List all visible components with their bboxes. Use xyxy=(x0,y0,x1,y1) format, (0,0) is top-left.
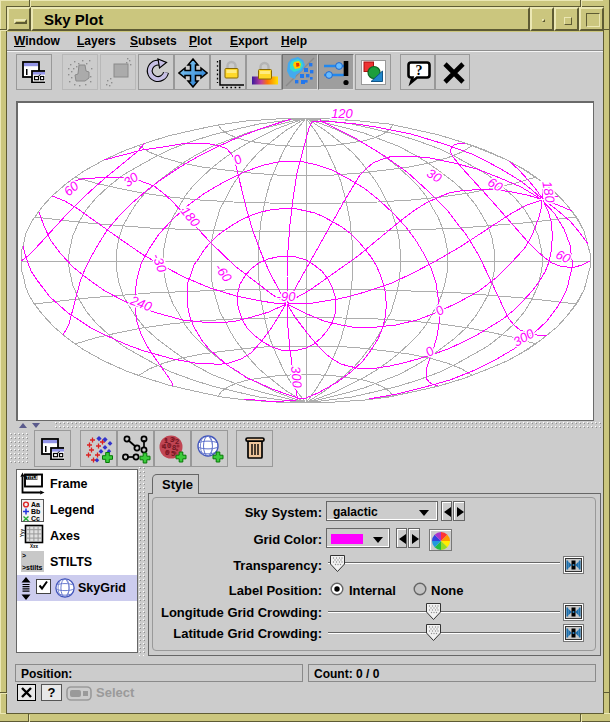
svg-text:?: ? xyxy=(416,63,423,78)
svg-text:30: 30 xyxy=(120,169,141,190)
svg-text:30: 30 xyxy=(424,165,445,186)
svg-text:Aa: Aa xyxy=(31,501,40,508)
svg-text:>stilts: >stilts xyxy=(22,564,43,571)
svg-text:>: > xyxy=(22,552,26,559)
svg-text:Cc: Cc xyxy=(31,515,40,522)
svg-text:300: 300 xyxy=(288,365,305,389)
svg-text:60: 60 xyxy=(485,174,506,195)
svg-text:TITLE: TITLE xyxy=(27,475,39,480)
svg-text:0: 0 xyxy=(231,151,245,168)
svg-text:Yyy: Yyy xyxy=(20,528,25,537)
svg-text:120: 120 xyxy=(331,106,353,121)
svg-text:?: ? xyxy=(48,685,56,700)
svg-text:180: 180 xyxy=(178,204,204,231)
svg-text:-90: -90 xyxy=(277,289,297,304)
svg-text:-30: -30 xyxy=(149,251,170,275)
svg-text:0: 0 xyxy=(432,302,447,319)
svg-text:60: 60 xyxy=(61,178,82,199)
svg-text:Bb: Bb xyxy=(31,508,40,515)
svg-text:Xxx: Xxx xyxy=(30,544,39,549)
svg-text:-60: -60 xyxy=(212,261,236,286)
